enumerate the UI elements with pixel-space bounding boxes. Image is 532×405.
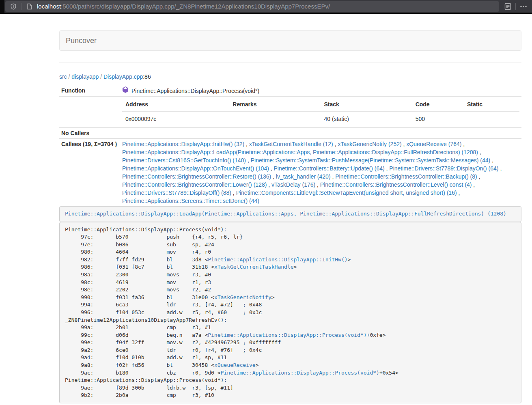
callee-separator: , — [472, 181, 475, 188]
callee-separator: , — [477, 173, 480, 180]
function-cell: Pinetime::Applications::DisplayApp::Proc… — [122, 86, 519, 95]
callee-link[interactable]: lv_task_handler (420) — [276, 173, 331, 180]
callee-separator: , — [271, 173, 276, 180]
breadcrumb-link[interactable]: DisplayApp.cpp — [103, 73, 143, 80]
function-table: Function Pinetime::Applications::Display… — [59, 85, 521, 206]
callee-link[interactable]: vTaskDelay (176) — [271, 181, 315, 188]
callee-separator: , — [246, 157, 251, 164]
callees-label: Callees (19, Σ=3704 ) — [59, 139, 120, 207]
callee-separator: , — [231, 190, 236, 196]
url-path: :5000/path/src/displayapp/DisplayApp.cpp… — [61, 3, 330, 10]
metrics-column-header: Code — [412, 98, 464, 111]
page-icon — [25, 1, 33, 12]
asm-symbol-link[interactable]: Pinetime::Applications::DisplayApp::Proc… — [208, 332, 366, 338]
callee-link[interactable]: Pinetime::System::SystemTask::PushMessag… — [251, 157, 491, 164]
callee-link[interactable]: Pinetime::Controllers::BrightnessControl… — [335, 173, 477, 180]
metrics-header-row: AddressRemarksStackCodeStatic — [122, 98, 519, 111]
callee-link[interactable]: Pinetime::Drivers::St7789::DisplayOff() … — [122, 190, 231, 196]
breadcrumb-separator: / — [67, 73, 72, 80]
asm-symbol-link[interactable]: xTaskGetCurrentTaskHandle — [214, 264, 294, 270]
metrics-row: AddressRemarksStackCodeStatic 0x0000097c… — [59, 97, 521, 128]
url-host: localhost — [37, 3, 61, 10]
callee-separator: , — [402, 141, 407, 147]
callee-separator: , — [457, 190, 460, 196]
metrics-value: 40 (static) — [321, 111, 412, 126]
metrics-data-row: 0x0000097c40 (static)500 — [122, 111, 519, 126]
callee-link[interactable]: Pinetime::Controllers::BrightnessControl… — [320, 181, 472, 188]
toolbar-right-controls — [502, 1, 530, 12]
function-row: Function Pinetime::Applications::Display… — [59, 85, 521, 97]
callee-link[interactable]: Pinetime::Controllers::Battery::Update()… — [274, 165, 385, 172]
callee-separator: , — [333, 141, 338, 147]
reader-mode-icon[interactable] — [502, 1, 514, 12]
callee-link[interactable]: xTaskGenericNotify (252) — [338, 141, 401, 147]
callee-link[interactable]: Pinetime::Applications::DisplayApp::Init… — [122, 141, 244, 147]
highlighted-callee-block: Pinetime::Applications::DisplayApp::Load… — [59, 206, 521, 222]
callee-separator: , — [267, 181, 271, 188]
no-callers-label: No Callers — [59, 128, 120, 139]
assembly-code: Pinetime::Applications::DisplayApp::Proc… — [59, 222, 521, 403]
metrics-column-header: Stack — [321, 98, 412, 111]
toolbar-separator — [515, 3, 516, 10]
callees-list: Pinetime::Applications::DisplayApp::Init… — [120, 139, 521, 207]
metrics-column-header: Remarks — [229, 98, 321, 111]
app-navbar: Puncover — [59, 30, 521, 51]
callee-separator: , — [478, 149, 481, 155]
callee-link[interactable]: Pinetime::Controllers::BrightnessControl… — [122, 181, 267, 188]
metrics-table: AddressRemarksStackCodeStatic 0x0000097c… — [122, 98, 519, 126]
browser-toolbar: localhost:5000/path/src/displayapp/Displ… — [0, 0, 532, 14]
metrics-column-header: Address — [122, 98, 229, 111]
callee-link[interactable]: xQueueReceive (764) — [406, 141, 461, 147]
callers-row: No Callers — [59, 128, 521, 139]
function-name: Pinetime::Applications::DisplayApp::Proc… — [131, 87, 259, 95]
shield-icon[interactable] — [9, 1, 17, 12]
breadcrumb-link[interactable]: displayapp — [71, 73, 99, 80]
url-text[interactable]: localhost:5000/path/src/displayapp/Displ… — [37, 3, 330, 10]
callee-separator: , — [499, 165, 502, 172]
callee-separator: , — [244, 141, 249, 147]
asm-symbol-link[interactable]: xTaskGenericNotify — [214, 294, 271, 300]
url-bar-separator — [21, 3, 22, 10]
callee-link[interactable]: Pinetime::Drivers::Cst816S::GetTouchInfo… — [122, 157, 246, 164]
menu-ellipsis-icon[interactable] — [517, 1, 530, 12]
callees-row: Callees (19, Σ=3704 ) Pinetime::Applicat… — [59, 139, 521, 207]
callee-link[interactable]: Pinetime::Applications::DisplayApp::OnTo… — [122, 165, 269, 172]
highlighted-callee-link[interactable]: Pinetime::Applications::DisplayApp::Load… — [65, 211, 506, 217]
function-row-label: Function — [59, 85, 120, 97]
asm-symbol-link[interactable]: xQueueReceive — [214, 362, 256, 368]
callee-separator: , — [269, 165, 274, 172]
app-brand[interactable]: Puncover — [60, 37, 103, 45]
asm-symbol-link[interactable]: Pinetime::Applications::DisplayApp::Init… — [208, 256, 347, 263]
callee-link[interactable]: Pinetime::Components::LittleVgl::SetNewT… — [236, 190, 457, 196]
metrics-value: 0x0000097c — [122, 111, 229, 126]
callee-separator: , — [385, 165, 390, 172]
breadcrumb-links: src / displayapp / DisplayApp.cpp — [59, 73, 143, 80]
metrics-value — [464, 111, 519, 126]
metrics-value: 500 — [412, 111, 464, 126]
callee-link[interactable]: Pinetime::Applications::DisplayApp::Load… — [122, 149, 478, 155]
callee-link[interactable]: xTaskGetCurrentTaskHandle (12) — [249, 141, 333, 147]
callee-separator: , — [461, 141, 465, 147]
callee-link[interactable]: Pinetime::Drivers::St7789::DisplayOn() (… — [389, 165, 498, 172]
callee-link[interactable]: Pinetime::Controllers::BrightnessControl… — [122, 173, 271, 180]
metrics-column-header: Static — [464, 98, 519, 111]
asm-symbol-link[interactable]: Pinetime::Applications::DisplayApp::Proc… — [221, 370, 379, 376]
package-icon — [122, 86, 129, 95]
breadcrumb: src / displayapp / DisplayApp.cpp:86 — [59, 73, 521, 81]
window-edge — [0, 0, 4, 13]
url-bar[interactable]: localhost:5000/path/src/displayapp/Displ… — [5, 1, 499, 12]
breadcrumb-link[interactable]: src — [59, 73, 67, 80]
callee-separator: , — [490, 157, 493, 164]
callee-separator: , — [331, 173, 336, 180]
breadcrumb-separator: / — [99, 73, 103, 80]
divider — [59, 62, 521, 63]
callee-separator: , — [315, 181, 320, 188]
breadcrumb-line-number: :86 — [143, 73, 151, 80]
page-container: Puncover src / displayapp / DisplayApp.c… — [59, 30, 521, 403]
metrics-value — [229, 111, 321, 126]
callee-link[interactable]: Pinetime::Applications::Screens::Timer::… — [122, 198, 259, 204]
